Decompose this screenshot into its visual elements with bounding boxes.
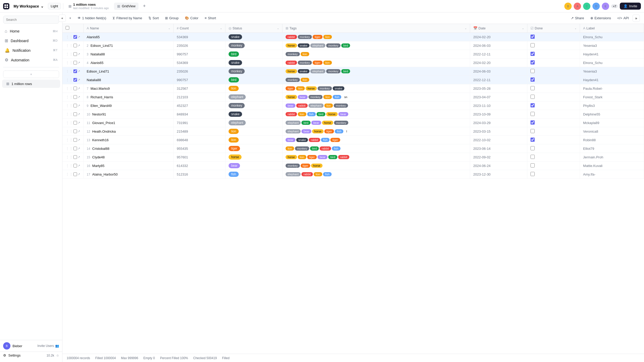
drag-handle[interactable]: ⋮⋮ bbox=[66, 121, 73, 125]
hidden-fields-button[interactable]: 👁 1 hidden field(s) bbox=[75, 15, 109, 21]
expand-row-icon[interactable]: ↗ bbox=[78, 95, 80, 99]
row-checkbox[interactable] bbox=[73, 121, 77, 125]
expand-row-icon[interactable]: ↗ bbox=[78, 172, 80, 176]
sidebar-item-home[interactable]: ⌂ Home ⌘H bbox=[2, 27, 60, 36]
expand-row-icon[interactable]: ↗ bbox=[78, 138, 80, 142]
done-checkbox[interactable] bbox=[531, 86, 535, 90]
sidebar-item-notification[interactable]: 🔔 Notification ⌘T bbox=[2, 46, 60, 55]
done-checkbox[interactable] bbox=[531, 120, 535, 125]
row-checkbox[interactable] bbox=[73, 87, 77, 90]
search-input[interactable] bbox=[3, 16, 59, 24]
extensions-button[interactable]: ⊕ Extensions bbox=[588, 15, 614, 21]
row-checkbox[interactable] bbox=[73, 164, 77, 167]
expand-row-icon[interactable]: ↗ bbox=[78, 112, 80, 116]
select-all-checkbox[interactable] bbox=[66, 26, 69, 30]
col-tags[interactable]: ⊞ Tags ⌄ bbox=[282, 24, 470, 33]
settings-left[interactable]: ⚙ Settings bbox=[3, 353, 21, 357]
row-checkbox[interactable] bbox=[73, 104, 77, 107]
drag-handle[interactable]: ⋮⋮ bbox=[66, 61, 73, 65]
col-status[interactable]: ◎ Status ⌄ bbox=[225, 24, 282, 33]
drag-handle[interactable]: ⋮⋮ bbox=[66, 86, 73, 90]
sort-button[interactable]: ⇅ Sort bbox=[146, 15, 161, 21]
done-checkbox[interactable] bbox=[531, 155, 535, 159]
expand-row-icon[interactable]: ↗ bbox=[78, 61, 80, 64]
theme-button[interactable]: Light bbox=[48, 3, 61, 9]
share-button[interactable]: ↗ Share bbox=[568, 15, 587, 21]
row-checkbox[interactable] bbox=[73, 78, 77, 82]
expand-row-icon[interactable]: ↗ bbox=[78, 35, 80, 39]
expand-row-icon[interactable]: ↗ bbox=[78, 155, 80, 159]
expand-row-icon[interactable]: ↗ bbox=[78, 78, 80, 82]
tab-table[interactable]: ⊞ 1 million rows last modified: 9 minute… bbox=[65, 1, 112, 11]
drag-handle[interactable]: ⋮⋮ bbox=[66, 95, 73, 99]
drag-handle[interactable]: ⋮⋮ bbox=[66, 52, 73, 56]
done-checkbox[interactable] bbox=[531, 138, 535, 142]
sidebar-item-automation[interactable]: ⚙ Automation ⌘A bbox=[2, 55, 60, 64]
col-date[interactable]: 📅 Date ⌄ bbox=[470, 24, 527, 33]
color-button[interactable]: 🎨 Color bbox=[182, 15, 201, 21]
done-checkbox[interactable] bbox=[531, 43, 535, 47]
drag-handle[interactable]: ⋮⋮ bbox=[66, 138, 73, 142]
done-checkbox[interactable] bbox=[531, 52, 535, 56]
drag-handle[interactable]: ⋮⋮ bbox=[66, 78, 73, 82]
group-button[interactable]: ⊞ Group bbox=[162, 15, 181, 21]
row-checkbox[interactable] bbox=[73, 35, 77, 39]
done-checkbox[interactable] bbox=[531, 129, 535, 133]
row-checkbox[interactable] bbox=[73, 61, 77, 64]
drag-handle[interactable]: ⋮⋮ bbox=[66, 164, 73, 168]
done-checkbox[interactable] bbox=[531, 172, 535, 176]
invite-users-button[interactable]: Invite Users 👥 bbox=[37, 344, 59, 348]
drag-handle[interactable]: ⋮⋮ bbox=[66, 172, 73, 176]
expand-row-icon[interactable]: ↗ bbox=[78, 121, 80, 125]
expand-row-icon[interactable]: ↗ bbox=[78, 87, 80, 90]
drag-handle[interactable]: ⋮⋮ bbox=[66, 146, 73, 151]
sidebar-collapse-button[interactable]: « bbox=[59, 15, 66, 22]
add-field-button[interactable]: + bbox=[67, 15, 74, 21]
done-checkbox[interactable] bbox=[531, 69, 535, 73]
done-checkbox[interactable] bbox=[531, 77, 535, 82]
expand-row-icon[interactable]: ↗ bbox=[78, 52, 80, 56]
add-view-button[interactable]: + bbox=[141, 3, 148, 10]
workspace-button[interactable]: My Workspace ⌄ bbox=[11, 3, 46, 9]
expand-row-icon[interactable]: ↗ bbox=[78, 130, 80, 133]
row-checkbox[interactable] bbox=[73, 147, 77, 150]
sidebar-item-dashboard[interactable]: ⊞ Dashboard ⌘D bbox=[2, 36, 60, 45]
row-checkbox[interactable] bbox=[73, 69, 77, 73]
col-name[interactable]: A Name ⌄ bbox=[84, 24, 174, 33]
done-checkbox[interactable] bbox=[531, 163, 535, 167]
drag-handle[interactable]: ⋮⋮ bbox=[66, 69, 73, 73]
drag-handle[interactable]: ⋮⋮ bbox=[66, 155, 73, 159]
done-checkbox[interactable] bbox=[531, 95, 535, 99]
done-checkbox[interactable] bbox=[531, 60, 535, 64]
done-checkbox[interactable] bbox=[531, 146, 535, 150]
drag-handle[interactable]: ⋮⋮ bbox=[66, 43, 73, 48]
done-checkbox[interactable] bbox=[531, 35, 535, 39]
filter-button[interactable]: ⊻ Filtered by Name bbox=[110, 15, 145, 21]
done-checkbox[interactable] bbox=[531, 112, 535, 116]
expand-row-icon[interactable]: ↗ bbox=[78, 104, 80, 107]
drag-handle[interactable]: ⋮⋮ bbox=[66, 104, 73, 108]
row-checkbox[interactable] bbox=[73, 52, 77, 56]
row-checkbox[interactable] bbox=[73, 138, 77, 142]
expand-row-icon[interactable]: ↗ bbox=[78, 69, 80, 73]
row-checkbox[interactable] bbox=[73, 112, 77, 116]
done-checkbox[interactable] bbox=[531, 103, 535, 107]
expand-row-icon[interactable]: ↗ bbox=[78, 164, 80, 167]
invite-button[interactable]: 👤 Invite bbox=[620, 3, 641, 10]
tab-gridview[interactable]: ⊞ GridView bbox=[114, 3, 139, 10]
row-checkbox[interactable] bbox=[73, 44, 77, 47]
row-checkbox[interactable] bbox=[73, 95, 77, 99]
collapse-right-panel-button[interactable]: » bbox=[633, 15, 640, 22]
drag-handle[interactable]: ⋮⋮ bbox=[66, 129, 73, 133]
add-table-button[interactable]: + bbox=[3, 70, 59, 78]
sidebar-item-million-rows[interactable]: ⊞ 1 million rows bbox=[2, 80, 60, 88]
expand-row-icon[interactable]: ↗ bbox=[78, 44, 80, 47]
drag-handle[interactable]: ⋮⋮ bbox=[66, 112, 73, 116]
col-done[interactable]: ☑ Done ⌄ bbox=[527, 24, 580, 33]
col-label[interactable]: A Label bbox=[580, 24, 644, 33]
expand-row-icon[interactable]: ↗ bbox=[78, 147, 80, 150]
drag-handle[interactable]: ⋮⋮ bbox=[66, 35, 73, 39]
col-count[interactable]: # Count ⌄ bbox=[173, 24, 225, 33]
api-button[interactable]: </> API bbox=[615, 15, 632, 21]
row-checkbox[interactable] bbox=[73, 155, 77, 159]
